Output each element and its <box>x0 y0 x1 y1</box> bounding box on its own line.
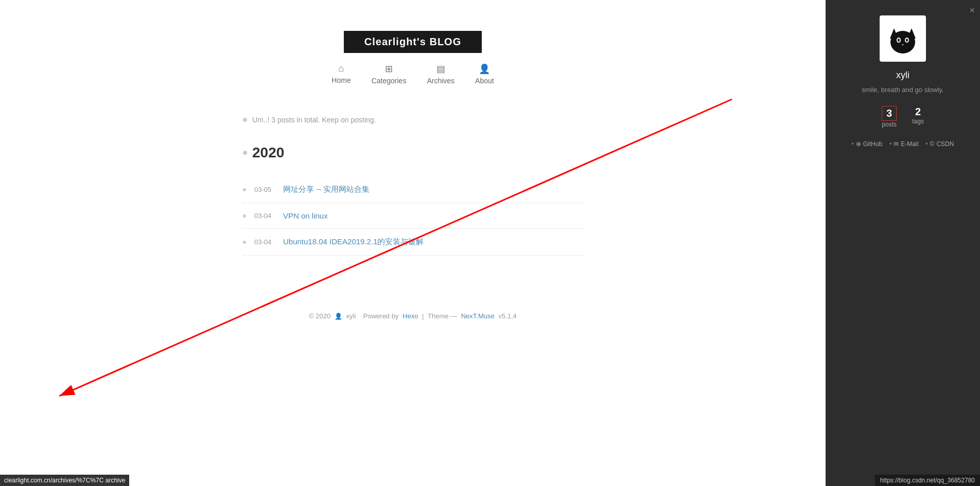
nav-categories-label: Categories <box>372 77 407 85</box>
post-title-3[interactable]: Ubuntu18.04 IDEA2019.2.1的安装与破解 <box>283 237 424 247</box>
status-bar: clearlight.com.cn/archives/%7C%7C archiv… <box>0 475 129 486</box>
post-date-1: 03-05 <box>254 186 275 193</box>
nav-about-label: About <box>475 77 494 85</box>
archive-intro: Um..! 3 posts in total. Keep on posting. <box>243 116 583 124</box>
csdn-link[interactable]: © CSDN <box>925 140 954 148</box>
theme-version: v5.1.4 <box>498 312 516 320</box>
table-row: 03-04 VPN on linux <box>243 203 583 229</box>
github-label: GitHub <box>863 140 882 148</box>
email-link[interactable]: ✉ E-Mail <box>889 140 918 148</box>
post-date-2: 03-04 <box>254 212 275 220</box>
home-icon: ⌂ <box>339 63 344 74</box>
stat-tags[interactable]: 2 tags <box>912 106 924 128</box>
sidebar-stats: 3 posts 2 tags <box>836 106 970 128</box>
post-title-2[interactable]: VPN on linux <box>283 211 328 220</box>
cat-avatar-image <box>885 21 921 57</box>
powered-by-label: Powered by <box>363 312 399 320</box>
avatar <box>880 15 926 62</box>
main-content: Clearlight's BLOG ⌂ Home ⊞ Categories ▤ … <box>0 0 826 486</box>
close-icon[interactable]: × <box>969 5 975 16</box>
sidebar-username: xyli <box>896 70 909 81</box>
post-date-3: 03-04 <box>254 238 275 246</box>
status-url: clearlight.com.cn/archives/%7C%7C archiv… <box>4 477 125 484</box>
year-heading: 2020 <box>243 145 583 161</box>
nav-archives-label: Archives <box>427 77 454 85</box>
footer-user-icon: 👤 <box>335 313 342 320</box>
table-row: 03-05 网址分享 -- 实用网站合集 <box>243 176 583 203</box>
footer-user: xyli <box>346 312 356 320</box>
nav-archives[interactable]: ▤ Archives <box>427 63 454 85</box>
nav-home-label: Home <box>331 76 351 84</box>
footer-copyright: © 2020 <box>309 312 330 320</box>
github-icon: ⊕ <box>856 140 861 148</box>
tags-count: 2 <box>915 106 921 118</box>
footer: © 2020 👤 xyli Powered by Hexo | Theme — … <box>0 297 826 335</box>
csdn-icon: © <box>930 140 935 148</box>
hexo-link[interactable]: Hexo <box>402 312 418 320</box>
table-row: 03-04 Ubuntu18.04 IDEA2019.2.1的安装与破解 <box>243 229 583 256</box>
sidebar-links: ⊕ GitHub ✉ E-Mail © CSDN <box>852 140 954 148</box>
email-label: E-Mail <box>901 140 918 148</box>
categories-icon: ⊞ <box>385 63 393 75</box>
svg-point-7 <box>906 39 908 42</box>
sidebar-tagline: smile, breath and go slowly. <box>862 86 943 94</box>
nav-about[interactable]: 👤 About <box>475 63 494 85</box>
blog-title: Clearlight's BLOG <box>344 31 482 53</box>
theme-label: Theme — <box>428 312 457 320</box>
tags-label: tags <box>912 118 924 125</box>
nav-categories[interactable]: ⊞ Categories <box>372 63 407 85</box>
email-icon: ✉ <box>894 140 899 148</box>
archives-icon: ▤ <box>436 63 445 75</box>
bottom-right-url: https://blog.csdn.net/qq_36852780 <box>875 475 980 486</box>
posts-count: 3 <box>882 106 897 121</box>
sidebar: × xyli smile, breath and go slowly. 3 po… <box>826 0 980 486</box>
post-title-1[interactable]: 网址分享 -- 实用网站合集 <box>283 185 370 194</box>
archive-content: Um..! 3 posts in total. Keep on posting.… <box>233 116 593 256</box>
stat-posts[interactable]: 3 posts <box>882 106 897 128</box>
about-icon: 👤 <box>479 63 490 75</box>
csdn-label: CSDN <box>936 140 954 148</box>
theme-link[interactable]: NexT.Muse <box>461 312 495 320</box>
svg-point-6 <box>898 39 900 42</box>
github-link[interactable]: ⊕ GitHub <box>852 140 883 148</box>
nav-bar: ⌂ Home ⊞ Categories ▤ Archives 👤 About <box>331 63 494 85</box>
nav-home[interactable]: ⌂ Home <box>331 63 351 85</box>
svg-point-3 <box>890 31 915 53</box>
posts-label: posts <box>882 121 897 128</box>
